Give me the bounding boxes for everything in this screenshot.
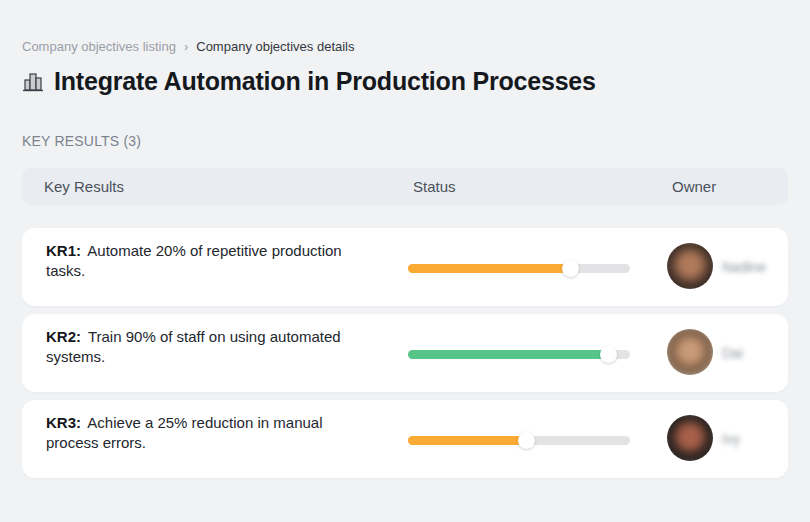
table-row[interactable]: KR3: Achieve a 25% reduction in manual p… (22, 400, 788, 478)
progress-bar[interactable] (408, 436, 630, 445)
progress-bar[interactable] (408, 350, 630, 359)
owner-name: Dai (722, 314, 743, 392)
page-title-row: Integrate Automation in Production Proce… (22, 67, 596, 96)
progress-fill (408, 350, 608, 359)
owner-avatar[interactable] (667, 329, 713, 375)
breadcrumb: Company objectives listing › Company obj… (22, 39, 355, 54)
owner-avatar[interactable] (667, 243, 713, 289)
progress-fill (408, 264, 570, 273)
owner-name: Nadine (722, 228, 766, 306)
avatar-photo (667, 329, 713, 375)
owner-name: Ivy (722, 400, 740, 478)
buildings-icon (22, 70, 44, 94)
key-results-count-label: KEY RESULTS (3) (22, 133, 141, 149)
table-row[interactable]: KR2: Train 90% of staff on using automat… (22, 314, 788, 392)
page-title: Integrate Automation in Production Proce… (54, 67, 596, 96)
breadcrumb-item-details: Company objectives details (196, 39, 354, 54)
column-header-status: Status (413, 168, 456, 205)
table-header: Key Results Status Owner (22, 168, 788, 205)
kr-label: KR2: (46, 328, 81, 345)
key-result-text: KR1: Automate 20% of repetitive producti… (46, 241, 362, 281)
owner-avatar[interactable] (667, 415, 713, 461)
chevron-right-icon: › (184, 39, 188, 54)
kr-description: Automate 20% of repetitive production ta… (46, 242, 342, 279)
avatar-photo (667, 243, 713, 289)
progress-knob[interactable] (562, 260, 579, 277)
key-result-text: KR2: Train 90% of staff on using automat… (46, 327, 362, 367)
progress-bar[interactable] (408, 264, 630, 273)
progress-knob[interactable] (600, 346, 617, 363)
progress-knob[interactable] (518, 432, 535, 449)
kr-description: Train 90% of staff on using automated sy… (46, 328, 341, 365)
column-header-owner: Owner (672, 168, 716, 205)
kr-label: KR1: (46, 242, 81, 259)
kr-description: Achieve a 25% reduction in manual proces… (46, 414, 323, 451)
breadcrumb-item-listing[interactable]: Company objectives listing (22, 39, 176, 54)
table-row[interactable]: KR1: Automate 20% of repetitive producti… (22, 228, 788, 306)
key-result-text: KR3: Achieve a 25% reduction in manual p… (46, 413, 362, 453)
column-header-key-results: Key Results (44, 168, 124, 205)
kr-label: KR3: (46, 414, 81, 431)
avatar-photo (667, 415, 713, 461)
progress-fill (408, 436, 526, 445)
